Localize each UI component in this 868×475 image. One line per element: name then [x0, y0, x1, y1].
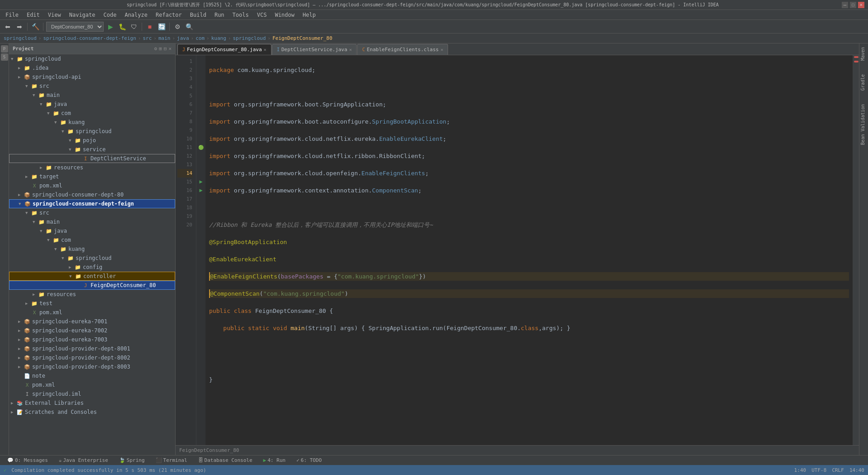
toolbar-build[interactable]: 🔨: [30, 22, 40, 32]
terminal-tab[interactable]: ⬛ Terminal: [152, 456, 191, 465]
coverage-button[interactable]: 🛡: [129, 22, 139, 32]
menu-vcs[interactable]: VCS: [253, 11, 271, 19]
tree-api-main[interactable]: ▼ 📁 main: [9, 91, 175, 100]
tree-eureka-7002[interactable]: ▶ 📦 springcloud-eureka-7002: [9, 326, 175, 335]
tree-api-service[interactable]: ▼ 📁 service: [9, 145, 175, 154]
code-content[interactable]: package com.kuang.springcloud; import or…: [205, 55, 853, 445]
close-panel-icon[interactable]: ✕: [168, 46, 172, 52]
toolbar-forward[interactable]: ➡: [14, 22, 24, 32]
toolbar-back[interactable]: ⬅: [3, 22, 13, 32]
toolbar-reload[interactable]: 🔄: [157, 22, 167, 32]
tree-feign-test[interactable]: ▶ 📁 test: [9, 299, 175, 308]
menu-build[interactable]: Build: [186, 11, 210, 19]
close-button[interactable]: ✕: [858, 2, 864, 8]
breadcrumb-consumer-feign[interactable]: springcloud-consumer-dept-feign: [43, 35, 136, 41]
gutter-11[interactable]: 🟢: [196, 143, 205, 152]
menu-edit[interactable]: Edit: [23, 11, 43, 19]
tree-api-kuang[interactable]: ▼ 📁 kuang: [9, 118, 175, 127]
gutter-16[interactable]: ▶: [196, 186, 205, 195]
status-line-col[interactable]: 1:40: [794, 467, 806, 473]
tree-scratches[interactable]: ▶ 📝 Scratches and Consoles: [9, 408, 175, 417]
run-tab[interactable]: ▶ 4: Run: [260, 456, 289, 465]
gutter-15[interactable]: ▶: [196, 178, 205, 186]
tree-api-pojo[interactable]: ▼ 📁 pojo: [9, 136, 175, 145]
tree-eureka-7003[interactable]: ▶ 📦 springcloud-eureka-7003: [9, 335, 175, 344]
breadcrumb-com[interactable]: com: [196, 35, 205, 41]
maximize-button[interactable]: □: [850, 2, 856, 8]
tree-api-pom[interactable]: X pom.xml: [9, 181, 175, 190]
java-enterprise-tab[interactable]: ☕ Java Enterprise: [55, 456, 112, 465]
tree-provider-8003[interactable]: ▶ 📦 springcloud-provider-dept-8003: [9, 362, 175, 371]
tree-external-libraries[interactable]: ▶ 📚 External Libraries: [9, 398, 175, 408]
tree-api-src[interactable]: ▼ 📁 src: [9, 82, 175, 91]
breadcrumb-kuang[interactable]: kuang: [211, 35, 226, 41]
menu-refactor[interactable]: Refactor: [152, 11, 186, 19]
toolbar-search[interactable]: 🔍: [184, 22, 194, 32]
tree-api-springcloud-pkg[interactable]: ▼ 📁 springcloud: [9, 127, 175, 136]
messages-tab[interactable]: 💬 0: Messages: [4, 456, 52, 465]
menu-file[interactable]: File: [2, 11, 22, 19]
todo-tab[interactable]: ✓ 6: TODO: [293, 456, 325, 465]
tree-feign-java[interactable]: ▼ 📁 java: [9, 226, 175, 235]
maven-tool-button[interactable]: Maven: [860, 45, 868, 62]
breadcrumb-filename[interactable]: FeignDeptConsumer_80: [272, 35, 332, 41]
tree-feign-pom[interactable]: X pom.xml: [9, 308, 175, 317]
menu-help[interactable]: Help: [299, 11, 320, 19]
tree-note[interactable]: 📄 note: [9, 371, 175, 380]
tree-feign-resources[interactable]: ▶ 📁 resources: [9, 290, 175, 299]
menu-analyze[interactable]: Analyze: [121, 11, 151, 19]
tree-iml[interactable]: I springcloud.iml: [9, 389, 175, 398]
project-tool-button[interactable]: P: [1, 45, 8, 53]
spring-tab[interactable]: 🍃 Spring: [115, 456, 148, 465]
status-linesep[interactable]: CRLF: [832, 467, 844, 473]
tree-feign-src[interactable]: ▼ 📁 src: [9, 208, 175, 217]
minimize-button[interactable]: ─: [842, 2, 848, 8]
breadcrumb-main[interactable]: main: [158, 35, 171, 41]
status-encoding[interactable]: UTF-8: [811, 467, 826, 473]
database-tab[interactable]: 🗄 Database Console: [195, 456, 256, 465]
menu-navigate[interactable]: Navigate: [66, 11, 99, 19]
gear-icon[interactable]: ⚙: [154, 46, 157, 52]
debug-button[interactable]: 🐛: [117, 22, 127, 32]
tree-provider-8001[interactable]: ▶ 📦 springcloud-provider-dept-8001: [9, 344, 175, 353]
menu-view[interactable]: View: [44, 11, 65, 19]
structure-tool-button[interactable]: S: [1, 53, 8, 61]
breadcrumb-java[interactable]: java: [177, 35, 189, 41]
tab-dept-client-service[interactable]: I DeptClientService.java ✕: [272, 44, 357, 55]
tab-close-enable-feign[interactable]: ✕: [440, 47, 443, 52]
toolbar-stop[interactable]: ■: [145, 22, 155, 32]
tree-feign-com[interactable]: ▼ 📁 com: [9, 235, 175, 245]
tree-api-target[interactable]: ▶ 📁 target: [9, 172, 175, 181]
tree-idea[interactable]: ▶ 📁 .idea: [9, 63, 175, 72]
tree-feign-controller[interactable]: ▼ 📁 controller: [9, 272, 175, 281]
tab-enable-feign[interactable]: C EnableFeignClients.class ✕: [357, 44, 448, 55]
tab-close-dept-client[interactable]: ✕: [349, 47, 352, 52]
breadcrumb-springcloud2[interactable]: springcloud: [233, 35, 266, 41]
expand-icon[interactable]: ⊞: [159, 46, 162, 52]
tree-consumer-feign[interactable]: ▼ 📦 springcloud-consumer-dept-feign: [9, 199, 175, 208]
run-button[interactable]: ▶: [105, 22, 115, 32]
tree-eureka-7001[interactable]: ▶ 📦 springcloud-eureka-7001: [9, 317, 175, 326]
tree-provider-8002[interactable]: ▶ 📦 springcloud-provider-dept-8002: [9, 353, 175, 362]
toolbar-settings[interactable]: ⚙: [172, 22, 182, 32]
tree-feign-main[interactable]: ▼ 📁 main: [9, 217, 175, 226]
tree-root-pom[interactable]: X pom.xml: [9, 380, 175, 389]
tree-feign-springcloud[interactable]: ▼ 📁 springcloud: [9, 254, 175, 263]
tree-api-java[interactable]: ▼ 📁 java: [9, 100, 175, 109]
tab-feign-consumer[interactable]: J FeignDeptConsumer_80.java ✕: [177, 44, 272, 55]
tree-api-resources[interactable]: ▶ 📁 resources: [9, 163, 175, 172]
run-validation-button[interactable]: Bean Validation: [860, 102, 868, 147]
tree-dept-client-service[interactable]: I DeptClientService: [9, 154, 175, 163]
menu-tools[interactable]: Tools: [229, 11, 253, 19]
tree-root-springcloud[interactable]: ▼ 📁 springcloud: [9, 54, 175, 63]
tab-close-feign-consumer[interactable]: ✕: [264, 47, 267, 52]
tree-feign-config[interactable]: ▶ 📁 config: [9, 263, 175, 272]
menu-code[interactable]: Code: [100, 11, 120, 19]
tree-springcloud-api[interactable]: ▶ 📦 springcloud-api: [9, 72, 175, 82]
menu-window[interactable]: Window: [271, 11, 298, 19]
breadcrumb-springcloud[interactable]: springcloud: [4, 35, 37, 41]
collapse-icon[interactable]: ⊟: [164, 46, 167, 52]
tree-feign-kuang[interactable]: ▼ 📁 kuang: [9, 245, 175, 254]
menu-run[interactable]: Run: [211, 11, 228, 19]
tree-feign-consumer-80[interactable]: J FeignDeptConsumer_80: [9, 281, 175, 290]
